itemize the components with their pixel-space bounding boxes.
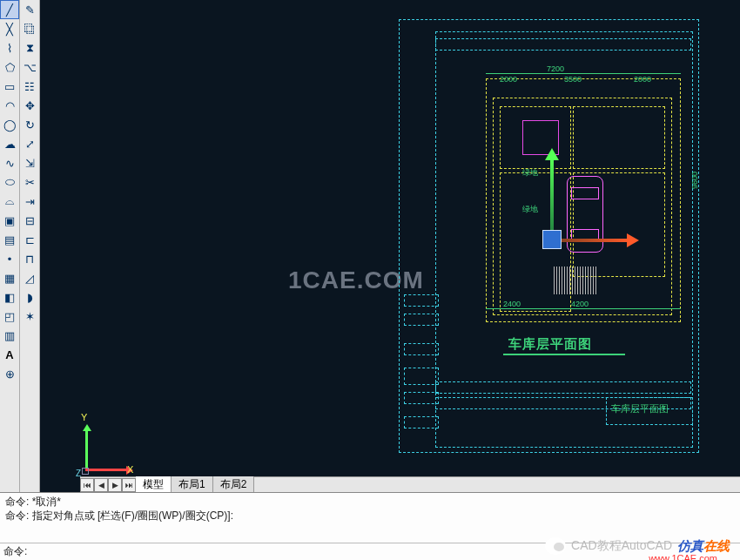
dim-right: 2000 <box>634 75 651 84</box>
ucs-x-label: X <box>127 464 133 475</box>
command-history: 命令: *取消* 命令: 指定对角点或 [栏选(F)/圈围(WP)/圈交(CP)… <box>0 493 740 543</box>
block-make-icon[interactable]: ▤ <box>0 230 19 249</box>
revision-cloud-icon[interactable]: ☁ <box>0 134 19 153</box>
spline-icon[interactable]: ∿ <box>0 153 19 172</box>
table-icon[interactable]: ▥ <box>0 326 19 345</box>
tab-nav-next-icon[interactable]: ▶ <box>108 478 122 492</box>
tab-layout1[interactable]: 布局1 <box>172 476 213 492</box>
simu-b: 在线 <box>703 538 730 553</box>
dim-row1: 2400 <box>503 300 521 308</box>
stair-hatch <box>554 267 597 294</box>
floor-plan-drawing: 7200 2000 3500 2000 9600 绿地 绿地 2400 4200… <box>399 19 699 453</box>
point-icon[interactable]: • <box>0 249 19 268</box>
polyline-icon[interactable]: ⌇ <box>0 38 19 57</box>
modify-toolbar: ✎ ⿻ ⧗ ⌥ ☷ ✥ ↻ ⤢ ⇲ ✂ ⇥ ⊟ ⊏ ⊓ ◿ ◗ ✶ <box>20 0 40 492</box>
text-icon[interactable]: A <box>0 345 19 364</box>
gizmo-origin-grip[interactable] <box>542 230 562 249</box>
rectangle-icon[interactable]: ▭ <box>0 77 19 96</box>
model-space[interactable]: 1CAE.COM Y X Z <box>40 0 740 492</box>
chamfer-icon[interactable]: ◿ <box>20 268 39 287</box>
dim-top: 7200 <box>547 64 564 73</box>
dim-room-w: 4200 <box>571 300 589 308</box>
tab-model[interactable]: 模型 <box>136 476 172 492</box>
branding-footer: CAD教程AutoCAD 仿真在线 www.1CAE.com <box>545 537 730 555</box>
titleblock-label: 车库层平面图 <box>611 402 669 415</box>
erase-icon[interactable]: ✎ <box>20 0 39 19</box>
extend-icon[interactable]: ⇥ <box>20 192 39 211</box>
ucs-y-label: Y <box>81 412 87 422</box>
explode-icon[interactable]: ✶ <box>20 307 39 326</box>
rotate-icon[interactable]: ↻ <box>20 115 39 134</box>
add-selected-icon[interactable]: ⊕ <box>0 364 19 383</box>
break-icon[interactable]: ⊏ <box>20 230 39 249</box>
stretch-icon[interactable]: ⇲ <box>20 153 39 172</box>
cmd-line-1: 命令: *取消* <box>5 495 735 509</box>
offset-icon[interactable]: ⌥ <box>20 57 39 77</box>
block-insert-icon[interactable]: ▣ <box>0 211 19 230</box>
dim-mid: 3500 <box>564 75 582 84</box>
command-prompt-label: 命令: <box>3 544 27 559</box>
copy-icon[interactable]: ⿻ <box>20 19 39 38</box>
construction-line-icon[interactable]: ╳ <box>0 19 19 38</box>
break-at-point-icon[interactable]: ⊟ <box>20 211 39 230</box>
gradient-icon[interactable]: ◧ <box>0 287 19 307</box>
cmd-line-2: 命令: 指定对角点或 [栏选(F)/圈围(WP)/圈交(CP)]: <box>5 509 735 523</box>
fillet-icon[interactable]: ◗ <box>20 287 39 307</box>
dim-side: 9600 <box>690 172 699 189</box>
mirror-icon[interactable]: ⧗ <box>20 38 39 57</box>
hatch-icon[interactable]: ▦ <box>0 268 19 287</box>
wechat-icon <box>545 537 566 555</box>
tab-nav-first-icon[interactable]: ⏮ <box>80 478 94 492</box>
region-icon[interactable]: ◰ <box>0 307 19 326</box>
ucs-icon: Y X Z <box>73 414 143 483</box>
dim-left: 2000 <box>500 75 517 84</box>
tab-nav-last-icon[interactable]: ⏭ <box>122 478 136 492</box>
trim-icon[interactable]: ✂ <box>20 172 39 192</box>
polygon-icon[interactable]: ⬠ <box>0 57 19 77</box>
simu-a: 仿真 <box>677 538 703 553</box>
gizmo-x-axis[interactable] <box>552 239 630 242</box>
tab-layout2[interactable]: 布局2 <box>213 476 255 492</box>
cad-tutorial-label: CAD教程AutoCAD <box>571 538 672 554</box>
gizmo-y-axis[interactable] <box>550 159 554 239</box>
draw-modify-toolbars: ╱ ╳ ⌇ ⬠ ▭ ◠ ◯ ☁ ∿ ⬭ ⌓ ▣ ▤ • ▦ ◧ ◰ ▥ A ⊕ … <box>0 0 40 492</box>
join-icon[interactable]: ⊓ <box>20 249 39 268</box>
draw-toolbar: ╱ ╳ ⌇ ⬠ ▭ ◠ ◯ ☁ ∿ ⬭ ⌓ ▣ ▤ • ▦ ◧ ◰ ▥ A ⊕ <box>0 0 20 492</box>
tab-nav-prev-icon[interactable]: ◀ <box>94 478 108 492</box>
room-label2: 绿地 <box>522 167 538 179</box>
ellipse-arc-icon[interactable]: ⌓ <box>0 192 19 211</box>
circle-icon[interactable]: ◯ <box>0 115 19 134</box>
array-icon[interactable]: ☷ <box>20 77 39 96</box>
arc-icon[interactable]: ◠ <box>0 96 19 115</box>
ellipse-icon[interactable]: ⬭ <box>0 172 19 192</box>
drawing-title: 车库层平面图 <box>508 336 592 353</box>
scale-icon[interactable]: ⤢ <box>20 134 39 153</box>
layout-tab-bar: ⏮ ◀ ▶ ⏭ 模型 布局1 布局2 <box>80 476 740 492</box>
footer-url: www.1CAE.com <box>649 553 717 560</box>
room-label1: 绿地 <box>522 204 538 215</box>
line-icon[interactable]: ╱ <box>0 0 19 19</box>
move-icon[interactable]: ✥ <box>20 96 39 115</box>
